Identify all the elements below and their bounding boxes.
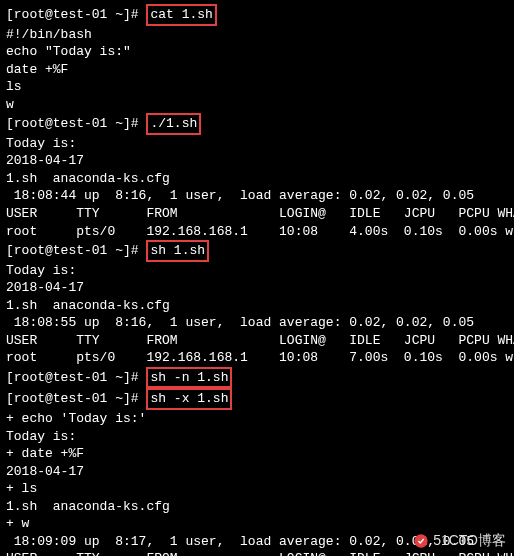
script-w: w: [6, 96, 508, 114]
trace-date: + date +%F: [6, 445, 508, 463]
cmd-run: ./1.sh: [146, 113, 201, 135]
out-uptime-2: 18:08:55 up 8:16, 1 user, load average: …: [6, 314, 508, 332]
out-date: 2018-04-17: [6, 152, 508, 170]
script-echo: echo "Today is:": [6, 43, 508, 61]
prompt: [root@test-01 ~]#: [6, 391, 146, 406]
out-today: Today is:: [6, 262, 508, 280]
out-ls: 1.sh anaconda-ks.cfg: [6, 170, 508, 188]
cmd-sh-x: sh -x 1.sh: [146, 388, 232, 410]
watermark-text: 51CTO博客: [433, 531, 506, 550]
cmd-sh-n: sh -n 1.sh: [146, 367, 232, 389]
out-ls: 1.sh anaconda-ks.cfg: [6, 297, 508, 315]
prompt: [root@test-01 ~]#: [6, 370, 146, 385]
prompt: [root@test-01 ~]#: [6, 116, 146, 131]
out-ls: 1.sh anaconda-ks.cfg: [6, 498, 508, 516]
script-ls: ls: [6, 78, 508, 96]
out-date: 2018-04-17: [6, 463, 508, 481]
out-row-1: root pts/0 192.168.168.1 10:08 4.00s 0.1…: [6, 223, 508, 241]
cmd-sh: sh 1.sh: [146, 240, 209, 262]
out-today: Today is:: [6, 428, 508, 446]
out-header: USER TTY FROM LOGIN@ IDLE JCPU PCPU WHAT: [6, 205, 508, 223]
out-uptime-1: 18:08:44 up 8:16, 1 user, load average: …: [6, 187, 508, 205]
script-shebang: #!/bin/bash: [6, 26, 508, 44]
out-date: 2018-04-17: [6, 279, 508, 297]
trace-ls: + ls: [6, 480, 508, 498]
cmd-cat: cat 1.sh: [146, 4, 216, 26]
out-today: Today is:: [6, 135, 508, 153]
svg-point-0: [414, 534, 427, 547]
prompt: [root@test-01 ~]#: [6, 7, 146, 22]
out-row-2: root pts/0 192.168.168.1 10:08 7.00s 0.1…: [6, 349, 508, 367]
trace-echo: + echo 'Today is:': [6, 410, 508, 428]
out-header: USER TTY FROM LOGIN@ IDLE JCPU PCPU WHAT: [6, 550, 508, 556]
prompt: [root@test-01 ~]#: [6, 243, 146, 258]
out-header: USER TTY FROM LOGIN@ IDLE JCPU PCPU WHAT: [6, 332, 508, 350]
logo-icon: [413, 533, 429, 549]
watermark: 51CTO博客: [413, 531, 506, 550]
script-date: date +%F: [6, 61, 508, 79]
